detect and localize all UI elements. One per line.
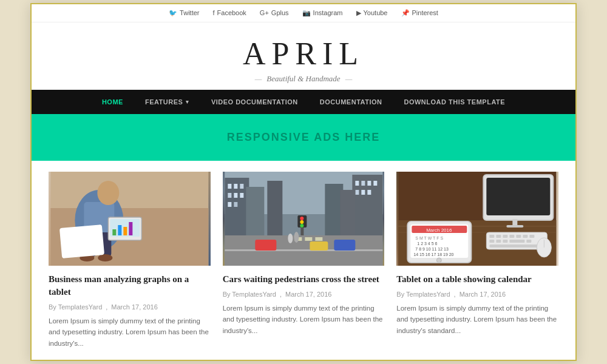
nav-documentation[interactable]: DOCUMENTATION <box>309 90 393 114</box>
social-gplus[interactable]: G+ Gplus <box>260 9 289 16</box>
svg-rect-69 <box>490 240 495 243</box>
svg-rect-30 <box>373 181 377 186</box>
post-meta-1: By TemplatesYard , March 17, 2016 <box>49 303 211 311</box>
post-title-3[interactable]: Tablet on a table showing calendar <box>396 273 558 286</box>
twitter-icon: 🐦 <box>169 9 177 17</box>
post-date-3: March 17, 2016 <box>459 291 506 298</box>
svg-rect-21 <box>228 193 231 198</box>
features-chevron: ▾ <box>186 99 189 105</box>
svg-rect-39 <box>225 249 382 251</box>
svg-rect-10 <box>118 225 121 235</box>
post-date-2: March 17, 2016 <box>285 291 331 298</box>
site-subtitle: Beautiful & Handmade <box>32 74 575 84</box>
svg-rect-41 <box>305 237 312 241</box>
svg-rect-43 <box>255 240 276 251</box>
svg-rect-35 <box>267 181 282 235</box>
social-facebook[interactable]: f Facebook <box>212 9 246 16</box>
social-pinterest[interactable]: 📌 Pinterest <box>401 9 438 17</box>
svg-rect-73 <box>527 240 532 243</box>
post-meta-3: By TemplatesYard , March 17, 2016 <box>396 291 558 298</box>
post-card-2: Cars waiting pedestrians cross the stree… <box>217 172 391 360</box>
youtube-icon: ▶ <box>356 9 361 17</box>
svg-text:S M T W T F S: S M T W T F S <box>416 236 444 240</box>
svg-rect-12 <box>129 222 132 235</box>
svg-point-6 <box>97 181 119 205</box>
svg-rect-64 <box>503 235 508 238</box>
svg-point-14 <box>98 254 112 261</box>
svg-rect-70 <box>497 240 501 243</box>
svg-rect-27 <box>355 181 359 186</box>
gplus-icon: G+ <box>260 9 269 16</box>
svg-rect-60 <box>507 225 524 228</box>
svg-point-48 <box>300 217 304 220</box>
svg-rect-74 <box>490 244 544 248</box>
instagram-icon: 📷 <box>302 9 311 17</box>
svg-text:1  2  3  4  5  6: 1 2 3 4 5 6 <box>418 241 438 246</box>
post-meta-2: By TemplatesYard , March 17, 2016 <box>223 291 385 298</box>
nav-download[interactable]: DOWNLOAD THIS TEMPLATE <box>393 90 516 114</box>
svg-rect-62 <box>490 235 495 238</box>
svg-rect-42 <box>315 237 322 241</box>
svg-rect-72 <box>510 240 525 243</box>
post-card-1: Business man analyzing graphs on a table… <box>42 172 217 360</box>
social-twitter[interactable]: 🐦 Twitter <box>169 9 199 17</box>
social-youtube[interactable]: ▶ Youtube <box>356 9 388 17</box>
svg-text:7  8  9 10 11 12 13: 7 8 9 10 11 12 13 <box>416 247 449 251</box>
facebook-label: Facebook <box>217 9 246 16</box>
svg-rect-18 <box>228 184 231 189</box>
svg-point-13 <box>80 254 94 261</box>
svg-rect-25 <box>234 202 237 207</box>
svg-rect-19 <box>234 184 237 189</box>
post-author-2: By TemplatesYard <box>223 291 276 298</box>
svg-point-84 <box>437 258 442 263</box>
svg-rect-32 <box>361 190 365 195</box>
social-bar: 🐦 Twitter f Facebook G+ Gplus 📷 Instagra… <box>32 4 575 22</box>
svg-rect-22 <box>234 193 237 198</box>
nav-video-docs[interactable]: VIDEO DOCUMENTATION <box>200 90 309 114</box>
social-instagram[interactable]: 📷 Instagram <box>302 9 343 17</box>
facebook-icon: f <box>212 9 214 16</box>
youtube-label: Youtube <box>364 9 388 16</box>
svg-rect-11 <box>123 227 127 235</box>
svg-rect-33 <box>367 190 371 195</box>
instagram-label: Instagram <box>313 9 343 16</box>
posts-grid: Business man analyzing graphs on a table… <box>32 161 575 360</box>
post-excerpt-2: Lorem Ipsum is simply dummy text of the … <box>223 303 385 336</box>
nav-home[interactable]: HOME <box>91 90 134 114</box>
svg-rect-66 <box>517 235 521 238</box>
svg-point-50 <box>300 224 304 228</box>
nav-features[interactable]: FEATURES ▾ <box>134 90 200 114</box>
svg-rect-44 <box>310 241 328 251</box>
post-excerpt-3: Lorem Ipsum is simply dummy text of the … <box>396 303 558 336</box>
svg-rect-71 <box>503 240 508 243</box>
gplus-label: Gplus <box>271 9 289 16</box>
svg-rect-68 <box>530 235 535 238</box>
main-nav: HOME FEATURES ▾ VIDEO DOCUMENTATION DOCU… <box>32 90 575 114</box>
svg-rect-9 <box>112 229 116 235</box>
post-author-3: By TemplatesYard <box>396 291 450 298</box>
post-image-3: March 2016 S M T W T F S 1 2 3 4 5 6 7 8… <box>396 172 558 266</box>
svg-point-51 <box>288 234 293 243</box>
svg-point-49 <box>300 220 304 224</box>
svg-rect-58 <box>487 178 551 215</box>
pinterest-icon: 📌 <box>401 9 410 17</box>
post-card-3: March 2016 S M T W T F S 1 2 3 4 5 6 7 8… <box>390 172 565 360</box>
post-date-1: March 17, 2016 <box>111 303 157 311</box>
svg-rect-45 <box>334 240 355 251</box>
post-author-1: By TemplatesYard <box>49 303 102 311</box>
svg-point-52 <box>294 232 299 243</box>
twitter-label: Twitter <box>180 9 199 16</box>
post-excerpt-1: Lorem Ipsum is simply dummy text of the … <box>49 315 211 349</box>
post-title-2[interactable]: Cars waiting pedestrians cross the stree… <box>223 273 385 286</box>
svg-rect-20 <box>240 184 243 189</box>
post-title-1[interactable]: Business man analyzing graphs on a table… <box>49 273 211 298</box>
site-header: APRIL Beautiful & Handmade <box>32 22 575 90</box>
post-image-1 <box>49 172 211 266</box>
site-title: APRIL <box>32 36 575 72</box>
ad-banner: RESPONSIVE ADS HERE <box>32 114 575 161</box>
svg-rect-31 <box>355 190 359 195</box>
svg-text:14 15 16 17 18 19 20: 14 15 16 17 18 19 20 <box>414 252 454 257</box>
post-image-2 <box>223 172 385 266</box>
page-wrapper: 🐦 Twitter f Facebook G+ Gplus 📷 Instagra… <box>30 3 577 361</box>
svg-rect-65 <box>510 235 515 238</box>
